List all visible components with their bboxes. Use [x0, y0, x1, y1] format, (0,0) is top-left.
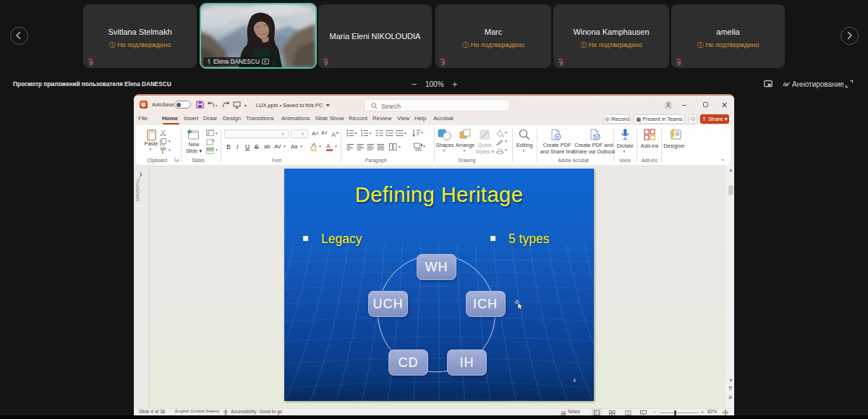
svg-text:A: A: [326, 143, 331, 150]
svg-text:A: A: [331, 131, 336, 138]
